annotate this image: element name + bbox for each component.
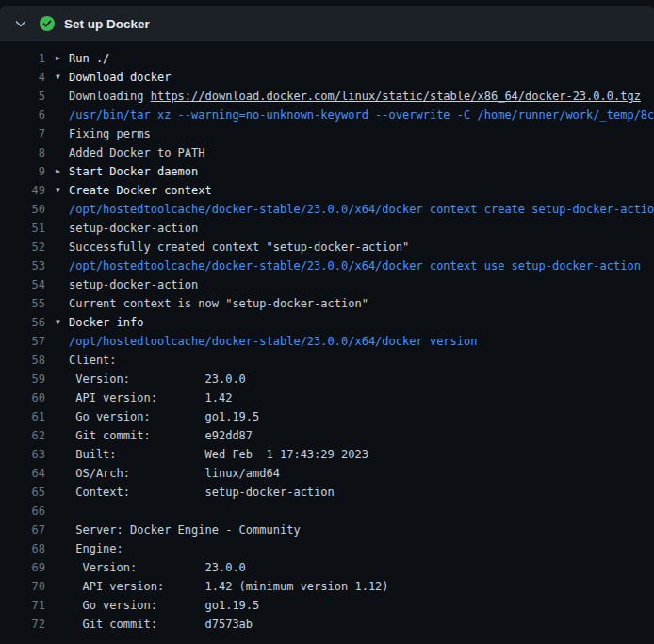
line-number[interactable]: 58 xyxy=(0,351,45,370)
line-number[interactable]: 5 xyxy=(0,87,45,106)
line-content: API version: 1.42 (minimum version 1.12) xyxy=(56,577,389,596)
line-number[interactable]: 65 xyxy=(0,483,45,502)
log-line: 70 API version: 1.42 (minimum version 1.… xyxy=(0,577,654,596)
line-content: Git commit: e92dd87 xyxy=(56,426,253,445)
group-collapse-icon[interactable]: ▼ xyxy=(56,313,69,332)
line-number[interactable]: 71 xyxy=(0,596,45,615)
line-number[interactable]: 54 xyxy=(0,275,45,294)
line-content: Server: Docker Engine - Community xyxy=(56,520,301,539)
log-line: 50/opt/hostedtoolcache/docker-stable/23.… xyxy=(0,200,654,219)
line-content: ▼Docker info xyxy=(56,313,143,332)
log-text: Current context is now "setup-docker-act… xyxy=(69,294,368,313)
group-expand-icon[interactable]: ▶ xyxy=(56,162,69,181)
command-text: /usr/bin/tar xz --warning=no-unknown-key… xyxy=(69,106,654,124)
group-label: Start Docker daemon xyxy=(69,162,198,181)
indent-spacer xyxy=(56,219,69,238)
line-number[interactable]: 69 xyxy=(0,558,45,577)
indent-spacer xyxy=(56,370,69,388)
line-content: /opt/hostedtoolcache/docker-stable/23.0.… xyxy=(56,256,641,275)
line-number[interactable]: 1 xyxy=(0,49,45,68)
line-number[interactable]: 61 xyxy=(0,407,45,426)
line-content: Git commit: d7573ab xyxy=(56,615,253,634)
group-expand-icon[interactable]: ▶ xyxy=(56,49,69,68)
line-number[interactable]: 72 xyxy=(0,615,45,634)
log-text: Added Docker to PATH xyxy=(69,143,205,162)
line-number[interactable]: 62 xyxy=(0,426,45,445)
step-title: Set up Docker xyxy=(64,17,150,31)
group-label: Download docker xyxy=(69,68,171,87)
line-number[interactable]: 68 xyxy=(0,539,45,558)
line-number[interactable]: 9 xyxy=(0,162,45,181)
line-number[interactable]: 66 xyxy=(0,502,45,520)
line-number[interactable]: 8 xyxy=(0,143,45,162)
line-number[interactable]: 55 xyxy=(0,294,45,313)
log-text: API version: 1.42 xyxy=(69,388,232,407)
line-number[interactable]: 49 xyxy=(0,181,45,200)
indent-spacer xyxy=(56,143,69,162)
indent-spacer xyxy=(56,106,69,124)
log-line: 65 Context: setup-docker-action xyxy=(0,483,654,502)
log-text: API version: 1.42 (minimum version 1.12) xyxy=(69,577,389,596)
line-content: Version: 23.0.0 xyxy=(56,558,246,577)
line-content: /opt/hostedtoolcache/docker-stable/23.0.… xyxy=(56,200,654,219)
indent-spacer xyxy=(56,238,69,256)
line-number[interactable]: 7 xyxy=(0,124,45,143)
log-text: OS/Arch: linux/amd64 xyxy=(69,464,280,483)
step-header[interactable]: Set up Docker xyxy=(0,6,654,41)
success-check-icon xyxy=(40,16,55,31)
line-number[interactable]: 53 xyxy=(0,256,45,275)
indent-spacer xyxy=(56,445,69,464)
line-number[interactable]: 57 xyxy=(0,332,45,351)
line-number[interactable]: 6 xyxy=(0,106,45,124)
line-content: Version: 23.0.0 xyxy=(56,370,246,388)
log-line: 61 Go version: go1.19.5 xyxy=(0,407,654,426)
line-number[interactable]: 50 xyxy=(0,200,45,219)
log-line: 4▼Download docker xyxy=(0,68,654,87)
line-content: ▼Download docker xyxy=(56,68,171,87)
line-number[interactable]: 67 xyxy=(0,520,45,539)
line-number[interactable]: 4 xyxy=(0,68,45,87)
indent-spacer xyxy=(56,124,69,143)
indent-spacer xyxy=(56,351,69,370)
log-line: 64 OS/Arch: linux/amd64 xyxy=(0,464,654,483)
log-line: 72 Git commit: d7573ab xyxy=(0,615,654,634)
indent-spacer xyxy=(56,615,69,634)
indent-spacer xyxy=(56,407,69,426)
log-line: 5Downloading https://download.docker.com… xyxy=(0,87,654,106)
line-number[interactable]: 52 xyxy=(0,238,45,256)
indent-spacer xyxy=(56,332,69,351)
indent-spacer xyxy=(56,275,69,294)
command-text: /opt/hostedtoolcache/docker-stable/23.0.… xyxy=(69,200,654,219)
log-text: Engine: xyxy=(69,539,123,558)
log-text: Built: Wed Feb 1 17:43:29 2023 xyxy=(69,445,368,464)
log-line: 51setup-docker-action xyxy=(0,219,654,238)
log-text: Version: 23.0.0 xyxy=(69,558,246,577)
line-content: Current context is now "setup-docker-act… xyxy=(56,294,368,313)
log-line: 55Current context is now "setup-docker-a… xyxy=(0,294,654,313)
line-content: ▶Start Docker daemon xyxy=(56,162,198,181)
log-text: Client: xyxy=(69,351,117,370)
log-line: 49▼Create Docker context xyxy=(0,181,654,200)
line-number[interactable]: 51 xyxy=(0,219,45,238)
line-number[interactable]: 59 xyxy=(0,370,45,388)
log-text: Git commit: d7573ab xyxy=(69,615,253,634)
line-number[interactable]: 63 xyxy=(0,445,45,464)
chevron-down-icon[interactable] xyxy=(13,16,28,31)
line-number[interactable]: 56 xyxy=(0,313,45,332)
log-text: Go version: go1.19.5 xyxy=(69,596,259,615)
group-collapse-icon[interactable]: ▼ xyxy=(56,181,69,200)
line-number[interactable]: 70 xyxy=(0,577,45,596)
group-collapse-icon[interactable]: ▼ xyxy=(56,68,69,87)
log-line: 62 Git commit: e92dd87 xyxy=(0,426,654,445)
line-number[interactable]: 64 xyxy=(0,464,45,483)
line-number[interactable]: 60 xyxy=(0,388,45,407)
log-line: 59 Version: 23.0.0 xyxy=(0,370,654,388)
log-line: 9▶Start Docker daemon xyxy=(0,162,654,181)
command-text: /opt/hostedtoolcache/docker-stable/23.0.… xyxy=(69,256,641,275)
indent-spacer xyxy=(56,388,69,407)
indent-spacer xyxy=(56,426,69,445)
log-text: Downloading xyxy=(69,87,151,106)
log-link[interactable]: https://download.docker.com/linux/static… xyxy=(151,87,641,106)
log-text: Fixing perms xyxy=(69,124,151,143)
line-content: Engine: xyxy=(56,539,123,558)
